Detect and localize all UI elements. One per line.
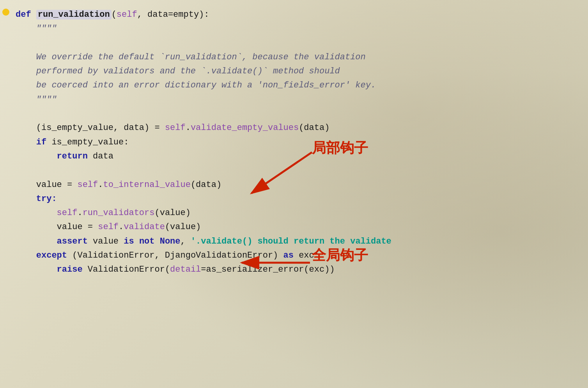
code-block: def run_validation(self, data=empty): ""… xyxy=(16,8,572,277)
line-def: def run_validation(self, data=empty): xyxy=(16,8,572,22)
kw-except: except xyxy=(16,251,67,260)
line-if-empty: if is_empty_value: xyxy=(16,135,572,150)
code-container: def run_validation(self, data=empty): ""… xyxy=(0,0,588,388)
line-value-validate: value = self.validate(value) xyxy=(16,220,572,234)
kw-not: not xyxy=(139,237,155,246)
method-self-tiv: self xyxy=(77,180,98,190)
fn-name: run_validation xyxy=(36,10,112,20)
line-validate-empty: (is_empty_value, data) = self.validate_e… xyxy=(16,121,572,135)
line-comment3: be coerced into an error dictionary with… xyxy=(16,78,572,93)
line-assert: assert value is not None, '.validate() s… xyxy=(16,235,572,249)
method-rv-call: run_validators xyxy=(83,208,155,218)
method-v-call: validate xyxy=(124,222,165,232)
keyword-def: def xyxy=(16,10,31,20)
arrow-local-svg xyxy=(226,148,335,203)
kw-return: return xyxy=(16,151,88,161)
line-run-validators: self.run_validators(value) xyxy=(16,206,572,220)
line-blank1 xyxy=(16,36,572,50)
assert-string: '.validate() should return the validate xyxy=(191,237,391,246)
kw-self-1: self xyxy=(117,10,137,20)
method-self-rv: self xyxy=(16,208,77,218)
method-self-v: self xyxy=(98,222,119,232)
svg-line-1 xyxy=(251,152,312,193)
arrow-global-svg xyxy=(234,252,328,275)
line-blank2 xyxy=(16,107,572,121)
method-tiv-call: to_internal_value xyxy=(103,180,190,190)
method-validate-empty: self xyxy=(165,123,186,133)
kw-assert: assert xyxy=(16,237,88,246)
line-comment1: We override the default `run_validation`… xyxy=(16,50,572,64)
kw-detail: detail xyxy=(170,265,201,274)
line-docopen: """" xyxy=(16,22,572,36)
method-ve-call: validate_empty_values xyxy=(191,123,299,133)
kw-raise: raise xyxy=(16,265,83,274)
kw-is: is xyxy=(124,237,134,246)
kw-if: if xyxy=(16,137,46,147)
warning-dot xyxy=(2,9,9,16)
kw-none: None xyxy=(160,237,181,246)
line-comment2: performed by validators and the `.valida… xyxy=(16,64,572,78)
line-docclose: """" xyxy=(16,93,572,107)
kw-try: try: xyxy=(16,194,57,204)
